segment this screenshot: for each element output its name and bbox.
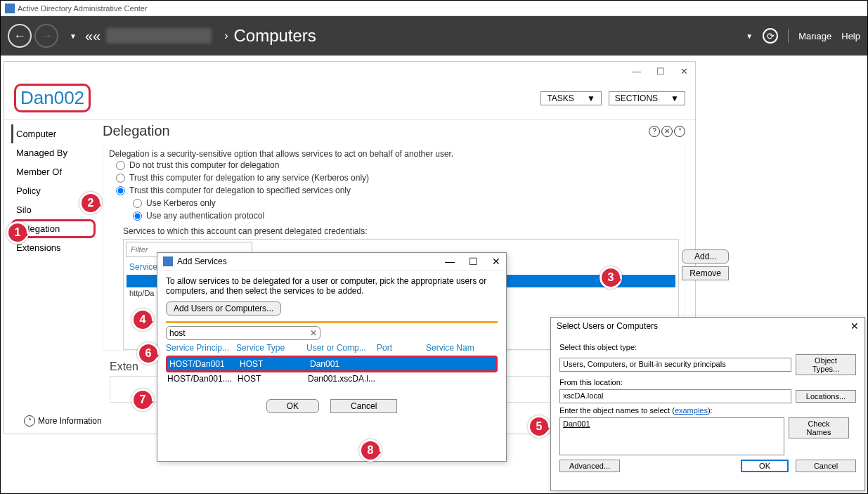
object-type-field: Users, Computers, or Built-in security p… — [559, 358, 791, 372]
callout-1: 1 — [6, 221, 29, 244]
examples-link[interactable]: examples — [675, 406, 708, 415]
dialog-close-icon[interactable]: ✕ — [850, 320, 859, 332]
help-menu[interactable]: Help — [841, 31, 860, 41]
dialog-minimize[interactable]: — — [445, 256, 455, 267]
app-icon — [5, 4, 15, 13]
app-title: Active Directory Administrative Center — [18, 4, 148, 13]
callout-7: 7 — [131, 389, 154, 411]
add-button[interactable]: Add... — [682, 249, 729, 264]
service-search-input[interactable]: host ✕ — [166, 326, 320, 340]
more-information-toggle[interactable]: ˄ More Information — [24, 415, 102, 427]
object-types-button[interactable]: Object Types... — [796, 354, 856, 375]
object-names-label: Enter the object names to select (exampl… — [559, 406, 856, 415]
dialog-maximize[interactable]: ☐ — [469, 256, 478, 267]
callout-4: 4 — [131, 308, 154, 331]
dialog-icon — [163, 256, 173, 266]
maximize-button[interactable]: ☐ — [656, 66, 665, 77]
service-row-selected[interactable]: HOST/Dan001HOSTDan001 — [166, 356, 498, 372]
ribbon-separator — [788, 29, 789, 43]
app-titlebar: Active Directory Administrative Center — [1, 1, 867, 16]
breadcrumb-domain-blurred — [106, 28, 212, 44]
callout-8: 8 — [359, 439, 382, 462]
add-services-dialog: Add Services — ☐ ✕ To allow services to … — [157, 252, 507, 462]
location-label: From this location: — [559, 378, 856, 386]
history-dropdown[interactable]: ▼ — [70, 32, 77, 40]
select-users-cancel-button[interactable]: Cancel — [796, 460, 856, 472]
cancel-button[interactable]: Cancel — [330, 399, 397, 413]
callout-6: 6 — [137, 342, 160, 365]
sidebar-item-managed-by[interactable]: Managed By — [11, 143, 96, 162]
manage-menu[interactable]: Manage — [798, 31, 831, 41]
collapse-panel-icon[interactable]: ˄ — [674, 126, 685, 137]
tasks-dropdown[interactable]: TASKS▼ — [540, 91, 601, 105]
add-services-title: Add Services — [177, 256, 227, 266]
object-name: Dan002 — [14, 84, 91, 112]
service-row[interactable]: HOST/Dan001....HOSTDan001.xscDA.l... — [166, 372, 498, 385]
add-services-description: To allow services to be delegated for a … — [166, 276, 498, 296]
check-names-button[interactable]: Check Names — [789, 417, 849, 438]
ok-button[interactable]: OK — [266, 399, 319, 413]
select-users-dialog: Select Users or Computers ✕ Select this … — [550, 317, 865, 491]
navigation-ribbon: ← → ▼ «« › Computers ▼ ⟳ Manage Help — [1, 16, 867, 56]
advanced-button[interactable]: Advanced... — [559, 460, 620, 472]
refresh-icon[interactable]: ⟳ — [763, 28, 778, 44]
col-user-or-computer[interactable]: User or Comp... — [306, 343, 377, 353]
breadcrumb-separator: › — [224, 30, 228, 42]
services-label: Services to which this account can prese… — [109, 222, 679, 239]
panel-title: Delegation — [103, 123, 170, 139]
chevron-up-icon: ˄ — [24, 415, 35, 427]
radio-no-trust[interactable]: Do not trust this computer for delegatio… — [109, 159, 679, 171]
radio-trust-any[interactable]: Trust this computer for delegation to an… — [109, 171, 679, 184]
select-users-ok-button[interactable]: OK — [741, 460, 789, 472]
property-window-controls: — ☐ ✕ — [4, 62, 695, 81]
panel-title-row: Delegation ? ✕ ˄ — [103, 123, 685, 139]
callout-3: 3 — [600, 266, 622, 289]
help-icon[interactable]: ? — [649, 126, 660, 137]
locations-button[interactable]: Locations... — [796, 390, 856, 403]
sections-dropdown[interactable]: SECTIONS▼ — [609, 91, 685, 105]
object-type-label: Select this object type: — [559, 343, 856, 351]
close-button[interactable]: ✕ — [680, 66, 688, 77]
breadcrumb-location: Computers — [233, 26, 316, 46]
radio-any-protocol[interactable]: Use any authentication protocol — [109, 209, 679, 222]
dialog-close[interactable]: ✕ — [492, 256, 500, 267]
col-service-type[interactable]: Service Type — [236, 343, 306, 353]
progress-bar — [166, 321, 498, 323]
col-service-principal[interactable]: Service Princip... — [166, 343, 236, 353]
forward-button[interactable]: → — [34, 24, 58, 48]
remove-button[interactable]: Remove — [682, 266, 729, 280]
radio-trust-specified[interactable]: Trust this computer for delegation to sp… — [109, 184, 679, 197]
location-field: xscDA.local — [559, 389, 791, 403]
object-names-input[interactable]: Dan001 — [559, 417, 784, 455]
location-dropdown-icon[interactable]: ▼ — [746, 32, 753, 40]
close-panel-icon[interactable]: ✕ — [661, 126, 673, 137]
minimize-button[interactable]: — — [632, 66, 641, 77]
sidebar-item-member-of[interactable]: Member Of — [11, 162, 96, 181]
add-users-or-computers-button[interactable]: Add Users or Computers... — [166, 301, 281, 316]
col-service-name[interactable]: Service Nam — [426, 343, 482, 353]
col-port[interactable]: Port — [377, 343, 426, 353]
select-users-title: Select Users or Computers — [557, 321, 658, 331]
callout-2: 2 — [79, 192, 102, 214]
callout-5: 5 — [528, 415, 550, 438]
sidebar-item-computer[interactable]: Computer — [11, 124, 96, 143]
back-button[interactable]: ← — [8, 24, 32, 48]
clear-search-icon[interactable]: ✕ — [310, 328, 317, 338]
delegation-description: Delegation is a security-sensitive optio… — [109, 149, 679, 159]
radio-kerberos-only[interactable]: Use Kerberos only — [109, 197, 679, 209]
property-sidebar: Computer Managed By Member Of Policy Sil… — [4, 120, 96, 412]
breadcrumb-chevrons: «« — [85, 28, 101, 44]
